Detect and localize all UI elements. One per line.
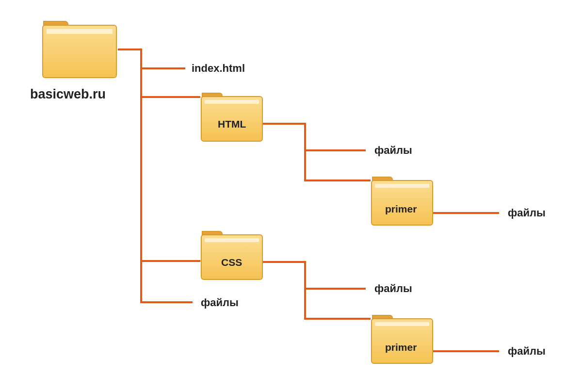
label-html-primer: primer <box>385 203 417 215</box>
connector <box>304 288 366 290</box>
connector <box>263 123 306 125</box>
svg-rect-3 <box>205 100 259 104</box>
label-index: index.html <box>192 62 245 75</box>
connector <box>263 261 306 263</box>
connector <box>304 180 371 181</box>
folder-css <box>200 228 263 283</box>
connector <box>304 318 371 320</box>
label-css-primer: primer <box>385 342 417 353</box>
connector <box>118 49 142 50</box>
connector <box>304 261 306 319</box>
connector <box>433 212 453 214</box>
connector <box>304 123 306 181</box>
label-level1-files: файлы <box>201 296 239 309</box>
connector <box>451 350 499 352</box>
label-html-primer-files: файлы <box>508 207 546 219</box>
connector <box>451 212 499 214</box>
connector <box>140 96 200 98</box>
label-css-primer-files: файлы <box>508 345 546 358</box>
label-html-files: файлы <box>374 144 412 157</box>
label-css-files: файлы <box>374 282 412 295</box>
svg-rect-7 <box>205 238 259 242</box>
connector <box>140 301 193 303</box>
connector <box>140 49 142 303</box>
svg-rect-1 <box>47 29 113 34</box>
label-root: basicweb.ru <box>30 87 106 102</box>
connector <box>304 149 366 151</box>
connector <box>140 67 185 69</box>
label-html-folder: HTML <box>218 118 246 130</box>
folder-root <box>42 16 117 81</box>
folder-html <box>200 89 263 145</box>
connector <box>140 260 200 262</box>
label-css-folder: CSS <box>221 257 242 268</box>
folder-css-primer <box>371 311 434 367</box>
svg-rect-9 <box>375 322 429 326</box>
connector <box>433 350 453 352</box>
folder-html-primer <box>371 173 434 229</box>
svg-rect-5 <box>375 184 429 188</box>
